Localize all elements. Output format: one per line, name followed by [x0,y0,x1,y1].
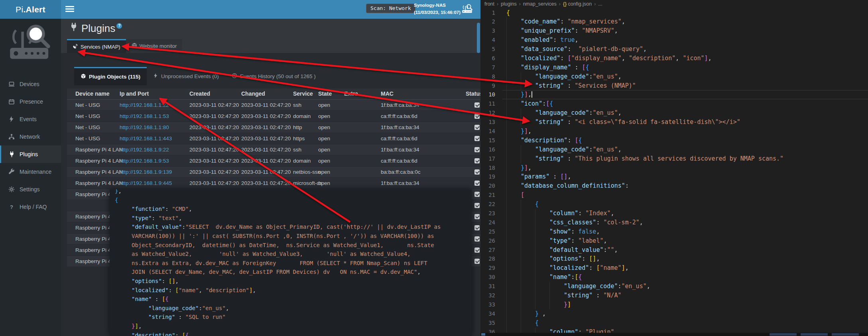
sidebar-item-plugins[interactable]: Plugins [0,145,61,163]
mac-cell: ba:ba:ff:ca:ba:0c [381,169,421,175]
help-badge[interactable]: ? [116,23,122,29]
breadcrumb-item-[interactable]: ... [598,1,602,7]
created-cell: 2023-03-11 02:47:20 [189,158,239,164]
sidebar-item-settings[interactable]: Settings [0,181,61,198]
ip-port-link[interactable]: http://192.168.1.1:443 [120,136,172,141]
ip-port-link[interactable]: http://192.168.1.9:139 [120,169,172,175]
tab-label: Website monitor [140,43,177,49]
nas-status: Synology-NAS (11/03/2023, 15:46:07) [414,2,461,16]
code-line-12: 12"language_code":"en_us", [480,108,868,118]
status-checkbox[interactable] [474,259,480,264]
status-checkbox[interactable] [474,102,480,108]
code-line-17: 17"string" : "This plugin shows all serv… [480,154,868,163]
sidebar-item-maintenance[interactable]: Maintenance [0,163,61,181]
changed-cell: 2023-03-11 02:47:20 [241,136,291,141]
sidebar-item-label: Settings [20,186,40,193]
taskbar-strip [480,333,868,336]
column-header-mac[interactable]: MAC [381,90,394,97]
status-checkbox[interactable] [474,248,480,253]
service-cell: http [293,124,302,130]
ip-port-link[interactable]: http://192.168.1.9:445 [120,180,172,186]
code-line-31: 31"language_code":"en_us", [480,282,868,291]
column-header-created[interactable]: Created [189,90,210,97]
column-header-status[interactable]: Status [466,90,480,97]
status-checkbox[interactable] [474,125,480,130]
devices-icon [7,81,16,87]
status-checkbox[interactable] [474,192,480,197]
status-checkbox[interactable] [474,147,480,152]
status-checkbox[interactable] [474,236,480,242]
current-line-highlight [502,90,868,99]
mac-cell: 1f:ba:ff:ca:ba:34 [381,180,419,186]
sidebar-item-label: Help / FAQ [20,204,47,210]
line-number: 16 [480,145,495,154]
subtab-unprocessed-events-0[interactable]: Unprocessed Events (0) [147,67,225,85]
editor-code-area[interactable]: 1{2"code_name": "nmap_services",3"unique… [480,8,868,333]
sidebar-item-events[interactable]: Events [0,110,61,128]
page-scrollbar-thumb[interactable] [477,23,480,53]
mac-cell: ca:ff:ff:ca:ba:6d [381,113,417,119]
line-number: 4 [480,35,495,45]
status-checkbox[interactable] [474,203,480,208]
line-number: 18 [480,163,495,173]
ip-port-link[interactable]: http://192.168.1.1:80 [120,124,169,130]
line-number: 19 [480,172,495,181]
status-checkbox[interactable] [474,114,480,119]
code-line-35: 35{ [480,318,868,328]
line-number: 13 [480,118,495,127]
status-checkbox[interactable] [474,169,480,175]
service-cell: domain [293,113,311,119]
service-cell: https [293,136,305,141]
sidebar-item-label: Events [20,116,37,122]
breadcrumb-item-front[interactable]: front [484,1,494,7]
code-line-33: 33}] [480,300,868,309]
code-line-24: 24"css_classes": "col-sm-2", [480,218,868,227]
ip-port-link[interactable]: http://192.168.1.9:53 [120,158,169,164]
status-checkbox[interactable] [474,136,480,141]
sidebar-item-network[interactable]: Network [0,128,61,145]
column-header-extra[interactable]: Extra [344,90,358,97]
column-header-service[interactable]: Service [293,90,313,97]
breadcrumb-item-plugins[interactable]: plugins [501,1,517,7]
column-header-ip-and-port[interactable]: Ip and Port [120,90,149,97]
status-checkbox[interactable] [474,158,480,163]
screenshot-root: Pi.Alert Scan: Network Synology-NAS (11/… [0,0,868,336]
globe-icon [132,43,137,49]
overlay-code-line: "function": "CMD", [115,204,472,214]
sidebar-item-presence[interactable]: Presence [0,93,61,110]
state-cell: open [318,147,330,153]
breadcrumb-item-nmap-services[interactable]: nmap_services [523,1,557,7]
tab-website-monitor[interactable]: Website monitor [126,39,183,53]
hamburger-menu-icon[interactable] [65,6,74,13]
sidebar-item-devices[interactable]: Devices [0,75,61,93]
ip-port-link[interactable]: http://192.168.1.1:53 [120,113,169,119]
table-row: Raspberry Pi 4 LANhttp://192.168.1.9:532… [67,155,480,167]
column-header-device-name[interactable]: Device name [75,90,110,97]
code-line-25: 25"show": false, [480,227,868,236]
code-line-3: 3"unique_prefix": "NMAPSRV", [480,26,868,35]
ip-port-link[interactable]: http://192.168.1.1:22 [120,102,169,108]
column-header-state[interactable]: State [318,90,332,97]
subtab-plugin-objects-115[interactable]: Plugin Objects (115) [74,67,147,85]
events-icon [7,116,16,122]
sidebar-item-label: Maintenance [20,169,51,175]
line-number: 35 [480,318,495,328]
status-checkbox[interactable] [474,225,480,230]
overlay-code-line: }, [115,189,472,196]
table-row: Raspberry Pi 4 LANhttp://192.168.1.9:222… [67,144,480,155]
ip-port-link[interactable]: http://192.168.1.9:22 [120,147,169,153]
status-checkbox[interactable] [474,214,480,219]
code-line-7: 7"display_name" : [{ [480,63,868,72]
tab-services-nmap[interactable]: Services (NMAP) [67,39,126,53]
line-number: 31 [480,282,495,291]
app-logo[interactable]: Pi.Alert [0,0,61,19]
sidebar-item-help-faq[interactable]: ?Help / FAQ [0,198,61,216]
line-number: 2 [480,17,495,26]
status-checkbox[interactable] [474,181,480,186]
breadcrumb-item-config-json[interactable]: {}config.json [563,1,592,7]
line-number: 32 [480,291,495,300]
subtab-events-history-50-out-of-1265[interactable]: Events History (50 out of 1265 ) [225,67,322,85]
column-header-changed[interactable]: Changed [241,90,265,97]
created-cell: 2023-03-11 02:47:20 [189,147,239,153]
bolt-icon [153,73,158,80]
